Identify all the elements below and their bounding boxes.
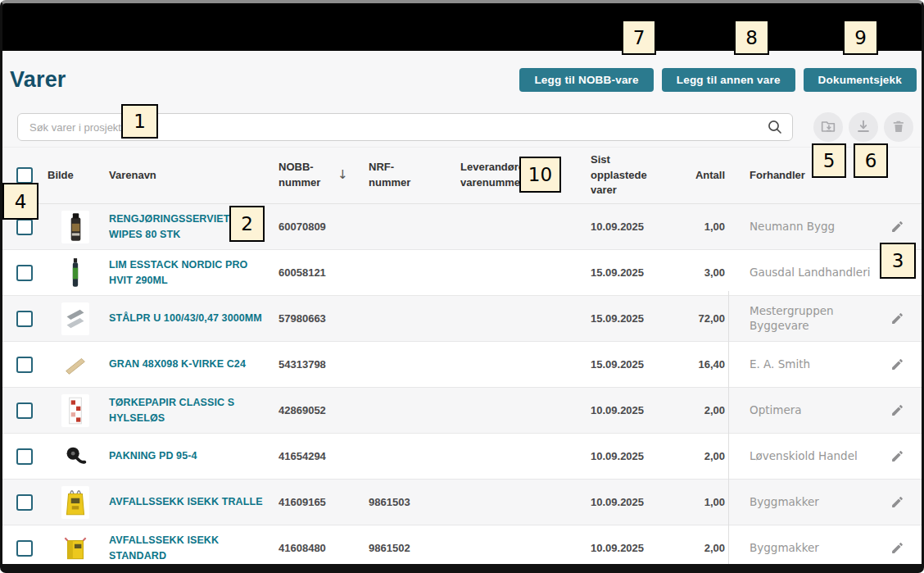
- column-header-bilde: Bilde: [48, 148, 102, 203]
- edit-row-button[interactable]: [890, 449, 904, 463]
- last-uploaded-cell: 10.09.2025: [586, 496, 692, 508]
- last-uploaded-cell: 15.09.2025: [586, 358, 692, 371]
- annotation-box-5: 5: [812, 143, 846, 178]
- product-name-link[interactable]: TØRKEPAPIR CLASSIC S HYLSELØS: [109, 395, 270, 426]
- quantity-cell: 2,00: [692, 450, 728, 462]
- product-image: [61, 486, 89, 519]
- column-header-nrf[interactable]: NRF-nummer: [365, 148, 457, 203]
- quantity-cell: 2,00: [692, 542, 728, 554]
- folder-download-button[interactable]: [813, 112, 843, 142]
- table-row: PAKNING PD 95-4 41654294 10.09.2025 2,00…: [2, 433, 922, 479]
- sort-descending-icon[interactable]: ↓: [337, 166, 348, 184]
- dealer-cell: Byggmakker: [728, 495, 872, 510]
- select-all-checkbox[interactable]: [16, 167, 33, 184]
- last-uploaded-cell: 10.09.2025: [586, 404, 692, 416]
- product-image: [61, 211, 89, 243]
- annotation-box-8: 8: [734, 20, 769, 55]
- dealer-cell: Neumann Bygg: [728, 220, 872, 234]
- product-name-link[interactable]: PAKNING PD 95-4: [109, 448, 197, 464]
- product-name-link[interactable]: AVFALLSSEKK ISEKK STANDARD: [109, 533, 270, 564]
- product-image: [61, 302, 89, 335]
- last-uploaded-cell: 15.09.2025: [586, 312, 692, 325]
- annotation-box-2: 2: [229, 206, 265, 242]
- product-image: [61, 440, 89, 473]
- product-name-link[interactable]: STÅLPR U 100/43/0,47 3000MM: [109, 311, 262, 326]
- nobb-number-cell: 60058121: [274, 266, 365, 279]
- edit-row-button[interactable]: [890, 495, 904, 509]
- annotation-box-4: 4: [2, 183, 38, 220]
- product-name-link[interactable]: AVFALLSSEKK ISEKK TRALLE: [109, 494, 263, 510]
- quantity-cell: 3,00: [692, 266, 728, 279]
- header-buttons: Legg til NOBB-vare Legg til annen vare D…: [519, 68, 917, 92]
- column-divider: [728, 291, 729, 573]
- last-uploaded-cell: 10.09.2025: [586, 221, 692, 233]
- annotation-box-6: 6: [854, 143, 888, 178]
- column-header-forhandler[interactable]: Forhandler: [728, 148, 872, 203]
- dealer-cell: Byggmakker: [728, 541, 872, 556]
- nobb-number-cell: 41609165: [274, 496, 365, 508]
- nobb-number-cell: 41608480: [274, 542, 365, 554]
- edit-row-button[interactable]: [890, 220, 904, 234]
- quantity-cell: 2,00: [692, 404, 728, 416]
- product-name-link[interactable]: GRAN 48X098 K-VIRKE C24: [109, 357, 246, 372]
- table-row: RENGJØRINGSSERVIETTER WIPES 80 STK 60070…: [2, 204, 922, 249]
- product-image: [61, 257, 89, 289]
- page-header: Varer Legg til NOBB-vare Legg til annen …: [10, 61, 917, 98]
- row-checkbox[interactable]: [16, 219, 33, 235]
- edit-row-button[interactable]: [890, 312, 904, 325]
- dealer-cell: Mestergruppen Byggevare: [728, 304, 872, 333]
- quantity-cell: 16,40: [692, 358, 728, 371]
- table-row: AVFALLSSEKK ISEKK TRALLE 41609165 986150…: [2, 479, 922, 525]
- document-check-button[interactable]: Dokumentsjekk: [804, 68, 917, 92]
- last-uploaded-cell: 15.09.2025: [586, 266, 692, 279]
- download-icon: [854, 117, 872, 138]
- row-checkbox[interactable]: [16, 448, 33, 465]
- table-row: AVFALLSSEKK ISEKK STANDARD 41608480 9861…: [2, 525, 922, 571]
- row-checkbox[interactable]: [16, 265, 33, 281]
- product-image: [61, 394, 89, 427]
- table-row: GRAN 48X098 K-VIRKE C24 54313798 15.09.2…: [2, 341, 922, 387]
- nrf-number-cell: 9861502: [365, 542, 457, 554]
- table-header-row: Bilde Varenavn NOBB-nummer ↓ NRF-nummer …: [2, 147, 922, 204]
- products-table: Bilde Varenavn NOBB-nummer ↓ NRF-nummer …: [2, 147, 922, 573]
- nobb-number-cell: 57980663: [274, 312, 365, 325]
- download-button[interactable]: [849, 112, 878, 142]
- annotation-box-1: 1: [121, 104, 158, 139]
- edit-row-button[interactable]: [890, 357, 904, 371]
- table-body: RENGJØRINGSSERVIETTER WIPES 80 STK 60070…: [2, 204, 922, 573]
- dealer-cell: Optimera: [728, 403, 872, 418]
- row-checkbox[interactable]: [16, 540, 33, 557]
- row-checkbox[interactable]: [16, 402, 33, 419]
- trash-icon: [890, 118, 907, 137]
- column-header-nobb[interactable]: NOBB-nummer ↓: [274, 148, 365, 203]
- page-title: Varer: [10, 67, 66, 93]
- quantity-cell: 1,00: [692, 221, 728, 233]
- column-header-antall[interactable]: Antall: [692, 148, 728, 203]
- annotation-box-3: 3: [880, 243, 916, 279]
- add-nobb-item-button[interactable]: Legg til NOBB-vare: [519, 68, 653, 92]
- quantity-cell: 72,00: [692, 312, 728, 325]
- product-image: [61, 348, 89, 381]
- nobb-number-cell: 42869052: [274, 404, 365, 416]
- add-other-item-button[interactable]: Legg til annen vare: [662, 68, 795, 92]
- annotation-box-9: 9: [843, 20, 878, 55]
- nobb-number-cell: 54313798: [274, 358, 365, 371]
- row-checkbox[interactable]: [16, 311, 33, 327]
- nrf-number-cell: 9861503: [365, 496, 457, 508]
- folder-download-icon: [819, 117, 837, 138]
- nobb-number-cell: 60070809: [274, 221, 365, 233]
- quantity-cell: 1,00: [692, 496, 728, 508]
- last-uploaded-cell: 10.09.2025: [586, 450, 692, 462]
- last-uploaded-cell: 10.09.2025: [586, 542, 692, 554]
- column-header-sist-opplastede-varer[interactable]: Sist opplastede varer: [586, 148, 692, 203]
- row-checkbox[interactable]: [16, 494, 33, 511]
- dealer-cell: E. A. Smith: [728, 357, 872, 372]
- row-checkbox[interactable]: [16, 357, 33, 373]
- bulk-action-buttons: [813, 112, 913, 142]
- product-image: [61, 532, 89, 565]
- product-name-link[interactable]: LIM ESSTACK NORDIC PRO HVIT 290ML: [109, 257, 270, 289]
- column-header-varenavn[interactable]: Varenavn: [102, 148, 274, 203]
- edit-row-button[interactable]: [890, 541, 904, 555]
- edit-row-button[interactable]: [890, 403, 904, 417]
- delete-button[interactable]: [884, 112, 913, 142]
